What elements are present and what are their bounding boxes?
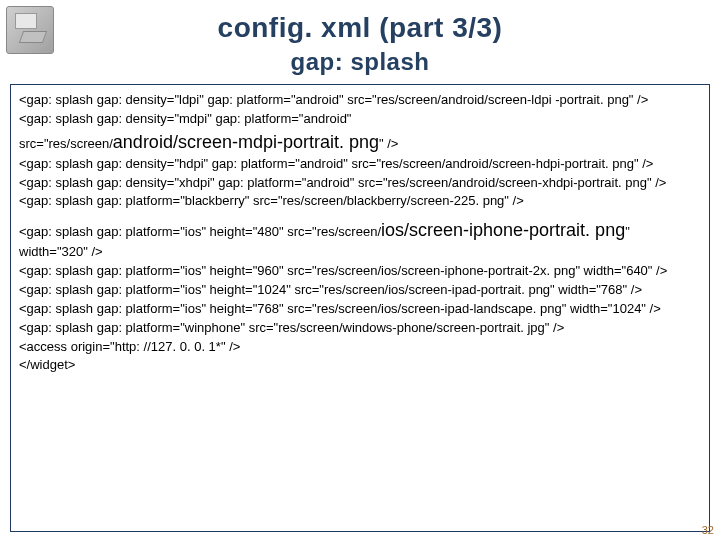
code-box: <gap: splash gap: density="ldpi" gap: pl…: [10, 84, 710, 532]
code-line: <gap: splash gap: density="ldpi" gap: pl…: [19, 91, 701, 110]
code-line: <gap: splash gap: platform="ios" height=…: [19, 281, 701, 300]
code-line: <gap: splash gap: platform="ios" height=…: [19, 262, 701, 281]
code-line: <gap: splash gap: density="hdpi" gap: pl…: [19, 155, 701, 174]
code-text: " />: [379, 136, 398, 151]
code-emphasis: android/screen-mdpi-portrait. png: [113, 132, 379, 152]
code-emphasis: ios/screen-iphone-portrait. png: [381, 220, 625, 240]
code-line: <access origin="http: //127. 0. 0. 1*" /…: [19, 338, 701, 357]
code-line: </widget>: [19, 356, 701, 375]
code-line: <gap: splash gap: platform="blackberry" …: [19, 192, 701, 211]
page-number: 32: [702, 524, 714, 536]
code-line: <gap: splash gap: density="mdpi" gap: pl…: [19, 110, 701, 129]
code-text: <gap: splash gap: platform="ios" height=…: [19, 224, 381, 239]
page-subtitle: gap: splash: [0, 48, 720, 76]
code-line: <gap: splash gap: platform="winphone" sr…: [19, 319, 701, 338]
page-title: config. xml (part 3/3): [0, 0, 720, 44]
code-line: <gap: splash gap: platform="ios" height=…: [19, 217, 701, 262]
code-line: <gap: splash gap: density="xhdpi" gap: p…: [19, 174, 701, 193]
device-icon: [6, 6, 54, 54]
code-line: src="res/screen/android/screen-mdpi-port…: [19, 129, 701, 155]
code-text: src="res/screen/: [19, 136, 113, 151]
code-line: <gap: splash gap: platform="ios" height=…: [19, 300, 701, 319]
